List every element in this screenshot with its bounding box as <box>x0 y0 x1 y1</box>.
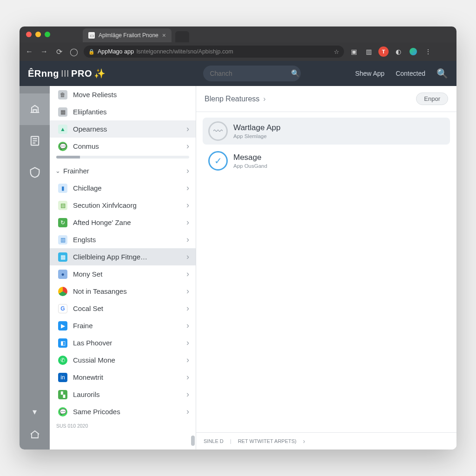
url-host: AppMago app <box>98 48 134 55</box>
rail-item-home[interactable] <box>20 425 50 444</box>
sidebar: 🗑 Move Reliests ▦ Eliipfanties ▲ Opearne… <box>50 86 196 450</box>
sidebar-item[interactable]: ✆ Cussial Mone › <box>50 351 196 369</box>
sidebar-item-icon: ▦ <box>58 107 67 117</box>
extension-icon-3[interactable]: ◐ <box>393 46 403 57</box>
extension-icon-badge[interactable] <box>408 46 418 57</box>
sidebar-section-header[interactable]: ⌄ Frainher › <box>50 161 196 179</box>
sidebar-item-label: Eliipfanties <box>73 108 189 116</box>
back-icon[interactable]: ← <box>24 46 34 57</box>
sidebar-item[interactable]: 💬 Same Pricodes › <box>50 403 196 420</box>
header-search[interactable]: 🔍 <box>203 66 301 81</box>
sidebar-item-icon: ▥ <box>58 235 67 245</box>
header-search-icon[interactable]: 🔍 <box>436 68 448 79</box>
sidebar-item[interactable]: G Cocal Set › <box>50 300 196 317</box>
footer-right[interactable]: RET WTWITET ARPETS) <box>238 438 297 444</box>
section-label: Frainher <box>63 167 89 175</box>
bookmark-star-icon[interactable]: ☆ <box>334 48 339 55</box>
sidebar-item-icon: ✆ <box>58 356 67 365</box>
rail-collapse-icon[interactable]: ▾ <box>33 407 37 417</box>
search-input[interactable] <box>210 70 291 77</box>
sidebar-item[interactable]: ↻ Afted Honge' Zane › <box>50 214 196 231</box>
rail-item-1[interactable] <box>20 93 50 125</box>
export-button[interactable]: Enpor <box>416 93 448 105</box>
sidebar-item[interactable]: ▲ Opearness › <box>50 120 196 138</box>
sidebar-item-label: Afted Honge' Zane <box>73 218 181 226</box>
chevron-right-icon: › <box>186 304 189 313</box>
sidebar-item-icon <box>58 287 67 296</box>
sidebar-item-label: Opearness <box>73 125 181 133</box>
sidebar-item[interactable]: ● Mony Set › <box>50 265 196 283</box>
extension-icon-1[interactable]: ▣ <box>349 46 359 57</box>
chevron-right-icon: › <box>186 269 189 279</box>
extension-icon-red[interactable]: T <box>378 46 389 57</box>
chevron-right-icon: › <box>186 200 189 210</box>
sidebar-item-icon: ▲ <box>58 125 67 134</box>
tab-favicon: ▭ <box>88 32 95 39</box>
sidebar-item[interactable]: ◧ Las Phoover › <box>50 334 196 351</box>
close-window-icon[interactable] <box>26 32 32 37</box>
sidebar-item[interactable]: ▚ Laurorils › <box>50 386 196 403</box>
sidebar-item-label: Fraine <box>73 322 181 330</box>
logo-text-end: PRO <box>71 68 92 79</box>
chevron-right-icon: › <box>186 407 189 416</box>
address-bar: ← → ⟳ ◯ 🔒 AppMago app lsntelgonnech/wlit… <box>20 42 456 61</box>
url-field[interactable]: 🔒 AppMago app lsntelgonnech/wlite/sno/Ap… <box>84 46 344 58</box>
sidebar-item[interactable]: in Monewtrit › <box>50 369 196 386</box>
chevron-right-icon: › <box>186 321 189 331</box>
sidebar-item-icon: ▮ <box>58 184 67 193</box>
sidebar-item[interactable]: ▶ Fraine › <box>50 317 196 334</box>
menu-dots-icon[interactable]: ⋮ <box>423 46 433 57</box>
chevron-right-icon: › <box>186 124 189 134</box>
sidebar-item-icon: in <box>58 373 67 382</box>
sidebar-item-icon: 💬 <box>58 407 67 416</box>
sidebar-item-label: Cussial Mone <box>73 356 181 364</box>
sidebar-item-label: Chicllage <box>73 184 181 192</box>
home-icon[interactable]: ◯ <box>69 46 79 57</box>
section-caret-icon: ⌄ <box>55 167 60 174</box>
new-tab-button[interactable] <box>175 31 189 42</box>
sidebar-item-icon: ◧ <box>58 338 67 348</box>
chevron-right-icon: › <box>186 166 189 176</box>
sidebar-item-icon: 🗑 <box>58 90 67 99</box>
footer-left: SINLE D <box>204 438 224 444</box>
sidebar-progress <box>56 156 189 159</box>
forward-icon[interactable]: → <box>39 46 49 57</box>
app-card[interactable]: ✓ Mesage App OusGand <box>203 147 450 174</box>
sidebar-item-label: Englsts <box>73 236 181 244</box>
rail-item-2[interactable] <box>20 125 50 157</box>
sidebar-item[interactable]: 🗑 Move Reliests <box>50 86 196 103</box>
sidebar-item-icon: G <box>58 304 67 313</box>
sidebar-item[interactable]: ▥ Englsts › <box>50 231 196 248</box>
sidebar-item[interactable]: 💬 Conmus › <box>50 138 196 155</box>
sidebar-item-icon: ▤ <box>58 201 67 210</box>
sidebar-item-icon: ● <box>58 270 67 279</box>
search-icon[interactable]: 🔍 <box>291 69 300 78</box>
sidebar-item[interactable]: ▤ Secution Xinfvlcaorg › <box>50 197 196 214</box>
header-link-show[interactable]: Shew App <box>355 70 384 77</box>
sidebar-item[interactable]: ▦ Clielbleing App Fitnge… › <box>50 248 196 265</box>
header-link-contacted[interactable]: Contected <box>396 70 425 77</box>
reload-icon[interactable]: ⟳ <box>54 46 64 57</box>
app-card[interactable]: 〰 Wartlage App App Slemlage <box>203 118 450 145</box>
card-title: Wartlage App <box>233 123 280 132</box>
sidebar-item[interactable]: ▮ Chicllage › <box>50 179 196 197</box>
window-titlebar: ▭ Aplmläge Frailort Pnone × <box>20 26 456 42</box>
card-title: Mesage <box>233 153 267 162</box>
scrollbar-thumb[interactable] <box>191 436 195 446</box>
sidebar-item-label: Conmus <box>73 142 181 150</box>
browser-tab[interactable]: ▭ Aplmläge Frailort Pnone × <box>83 28 172 42</box>
breadcrumb[interactable]: Blenp Reaturess › <box>205 95 266 103</box>
rail-item-3[interactable] <box>20 157 50 188</box>
app-logo: ÊRnng III PRO ✨ <box>28 68 106 79</box>
sidebar-item-label: Clielbleing App Fitnge… <box>73 253 181 261</box>
url-path: lsntelgonnech/wlite/sno/Apbishjp.com <box>137 48 233 55</box>
sidebar-item[interactable]: ▦ Eliipfanties <box>50 103 196 120</box>
extension-icon-2[interactable]: ▥ <box>364 46 374 57</box>
maximize-window-icon[interactable] <box>45 32 50 37</box>
chevron-right-icon: › <box>303 437 305 445</box>
sidebar-item-icon: ▚ <box>58 390 67 399</box>
minimize-window-icon[interactable] <box>35 32 41 37</box>
sidebar-item-icon: ▦ <box>58 252 67 262</box>
tab-close-icon[interactable]: × <box>162 32 166 39</box>
sidebar-item[interactable]: Not in Teasanges › <box>50 283 196 300</box>
